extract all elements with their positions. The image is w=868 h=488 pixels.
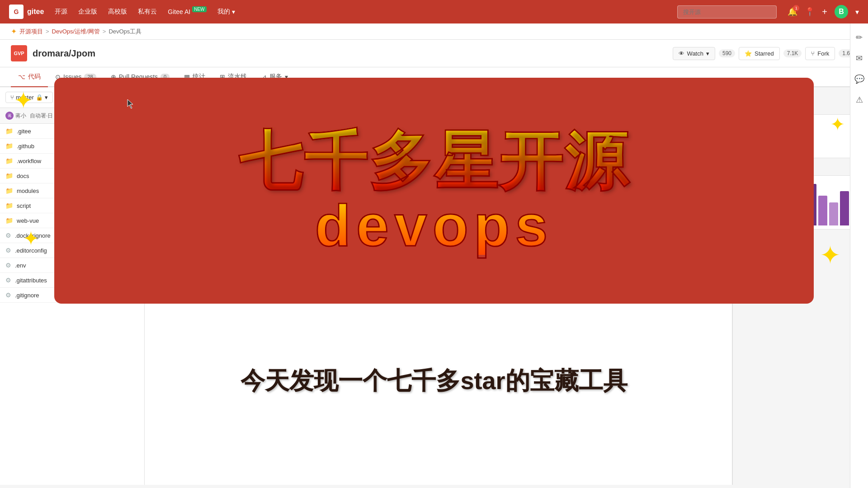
time-col: 提交时间: [681, 92, 726, 99]
branch-icon: ⑂: [10, 94, 14, 101]
file-row[interactable]: 📁docs version 1年前: [145, 150, 732, 166]
repo-avatar: GVP: [11, 45, 27, 61]
breadcrumb-opensource[interactable]: 开源项目: [19, 28, 43, 36]
file-item-gitee[interactable]: 📁 .gitee: [0, 124, 144, 139]
breadcrumb-star-icon: ✦: [11, 27, 17, 36]
star-icon: ⭐: [745, 50, 752, 57]
tab-pipeline[interactable]: ⊞ 流水线: [212, 67, 254, 87]
tab-issues-label: Issues: [63, 73, 81, 80]
file-item-modules[interactable]: 📁 modules: [0, 183, 144, 198]
file-row[interactable]: ⚙.editorconfig rename to Of Him Code Tec…: [145, 227, 732, 243]
logo-icon: G: [9, 5, 24, 19]
branch-selector[interactable]: ⑂ master 🔒 ▾: [5, 92, 53, 103]
file-item-script[interactable]: 📁 script: [0, 198, 144, 213]
file-item-webvue[interactable]: 📁 web-vue: [0, 213, 144, 228]
tab-pr[interactable]: ⊕ Pull Requests 0: [104, 67, 177, 87]
open-source-index-section: Jpom 开源评估指数 ⓘ: [738, 164, 863, 230]
ai-new-badge: NEW: [192, 6, 206, 12]
file-name: web-vue: [17, 217, 39, 224]
folder-icon: 📁: [5, 142, 13, 150]
right-float-icons: ✏ ✉ 💬 ⚠: [850, 23, 868, 488]
notification-icon[interactable]: 🔔 1: [788, 7, 797, 17]
tab-services[interactable]: ⊿ 服务 ▾: [254, 67, 295, 87]
branch-dropdown-icon[interactable]: ▾: [45, 94, 48, 101]
file-row[interactable]: 📁modules 1年前: [145, 166, 732, 181]
tag-label: 标签 14: [64, 94, 82, 101]
edit-float-icon[interactable]: ✏: [856, 33, 863, 42]
chat-float-icon[interactable]: 💬: [854, 74, 864, 84]
file-row[interactable]: 📁script 1年前: [145, 181, 732, 197]
tab-issues[interactable]: ⊙ Issues 28: [48, 67, 104, 87]
tab-code-label: 代码: [28, 73, 41, 81]
avatar-dropdown[interactable]: ▾: [855, 8, 859, 16]
nav-enterprise[interactable]: 企业版: [78, 8, 97, 16]
file-item-dockerignore[interactable]: ⚙ .dockerignore: [0, 228, 144, 243]
fork-button[interactable]: ⑂ Fork: [805, 47, 835, 60]
file-item-editorconfig[interactable]: ⚙ .editorconfig: [0, 243, 144, 258]
file-row[interactable]: 📁.gitee 1年前: [145, 104, 732, 120]
nav-ai-section[interactable]: Gitee AI NEW: [168, 8, 206, 15]
file-name: modules: [17, 188, 39, 194]
issues-badge: 28: [84, 74, 96, 80]
branch-tags[interactable]: 🏷 标签 14: [57, 94, 82, 101]
fork-label: Fork: [817, 50, 829, 57]
commit-message: 自动署·日: [30, 112, 53, 120]
open-source-chart: [738, 175, 863, 230]
file-row[interactable]: ⚙.gitattributes segment(all): pre i18n（百…: [145, 258, 732, 274]
nav-campus[interactable]: 高校版: [108, 8, 127, 16]
issues-icon: ⊙: [55, 73, 61, 80]
file-item-docs[interactable]: 📁 docs: [0, 169, 144, 183]
file-row[interactable]: ⚙.dockerignore 1年前: [145, 212, 732, 227]
file-item-github[interactable]: 📁 .github: [0, 139, 144, 154]
location-icon[interactable]: 📍: [805, 7, 815, 17]
mail-float-icon[interactable]: ✉: [856, 53, 863, 63]
release-time: 8天前: [744, 145, 857, 152]
nav-opensource[interactable]: 开源: [55, 8, 67, 16]
file-name: .gitee: [17, 128, 31, 135]
tab-code[interactable]: ⌥ 代码: [11, 67, 48, 87]
watch-button[interactable]: 👁 Watch ▾: [673, 47, 715, 60]
file-item-gitattributes[interactable]: ⚙ .gitattributes: [0, 273, 144, 288]
open-source-index-title: Jpom 开源评估指数 ⓘ: [738, 164, 863, 172]
breadcrumb-devops[interactable]: DevOps/运维/网管: [52, 28, 100, 36]
file-name: .workflow: [17, 158, 41, 164]
file-item-gitignore[interactable]: ⚙ .gitignore: [0, 288, 144, 303]
file-row[interactable]: ⚙.env commit release 2.11.9 8天前: [145, 243, 732, 258]
logo-text: gitee: [27, 8, 44, 16]
tab-stats[interactable]: ▦ 统计: [177, 67, 212, 87]
file-row[interactable]: 📁.github 1年前: [145, 120, 732, 135]
services-icon: ⊿: [261, 73, 267, 80]
file-item-env[interactable]: ⚙ .env: [0, 258, 144, 273]
view-all-link[interactable]: 软件: [738, 233, 863, 241]
nav-private[interactable]: 私有云: [138, 8, 157, 16]
logo[interactable]: G gitee: [9, 5, 44, 19]
nav-mine-label: 我的: [217, 8, 230, 16]
avatar[interactable]: B: [835, 5, 848, 19]
file-name: .dockerignore: [15, 232, 51, 239]
branch-bar: ⑂ master 🔒 ▾ 🏷 标签 14: [0, 87, 144, 108]
plus-button[interactable]: +: [822, 7, 827, 17]
folder-icon: 📁: [5, 157, 13, 164]
services-dropdown-icon[interactable]: ▾: [285, 73, 288, 80]
star-button[interactable]: ⭐ Starred: [739, 47, 780, 60]
watch-dropdown-icon[interactable]: ▾: [706, 50, 709, 57]
watch-label: Watch: [687, 50, 703, 57]
warning-float-icon[interactable]: ⚠: [856, 95, 863, 105]
tag-icon: 🏷: [744, 127, 750, 133]
pr-badge: 0: [160, 74, 170, 80]
file-row[interactable]: 📁web-vue 1年前: [145, 197, 732, 212]
right-sidebar: Maluah 32-1.0 Code of conduct 🏷 行版 (134)…: [732, 87, 868, 485]
message-col: 提交信息: [328, 92, 678, 99]
file-row[interactable]: 📁.workflow commit release 2 8天前: [145, 135, 732, 150]
notification-count: 1: [793, 5, 799, 11]
search-input[interactable]: [677, 5, 777, 19]
breadcrumb-current: DevOps工具: [108, 28, 142, 36]
center-file-list: 文件名 提交信息 提交时间 📁.gitee 1年前 📁.github 1年前 📁…: [145, 87, 732, 485]
breadcrumb-sep1: >: [46, 28, 49, 35]
tab-pr-label: Pull Requests: [119, 73, 158, 80]
code-of-conduct-link[interactable]: Code of conduct: [738, 102, 863, 109]
nav-mine[interactable]: 我的 ▾: [217, 8, 235, 16]
file-name: docs: [17, 173, 29, 179]
file-row[interactable]: ⚙.gitignore: [145, 274, 732, 288]
file-item-workflow[interactable]: 📁 .workflow: [0, 154, 144, 169]
